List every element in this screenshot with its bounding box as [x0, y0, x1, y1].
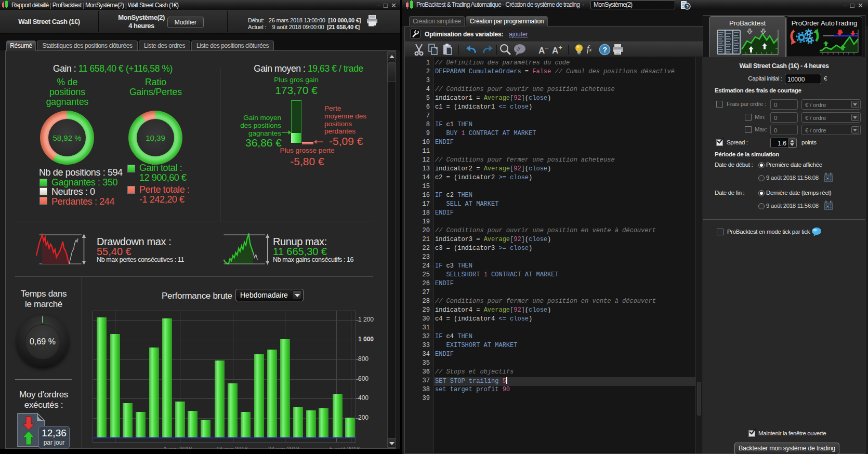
svg-text:?: ? [686, 4, 689, 9]
svg-text:?: ? [603, 46, 608, 54]
